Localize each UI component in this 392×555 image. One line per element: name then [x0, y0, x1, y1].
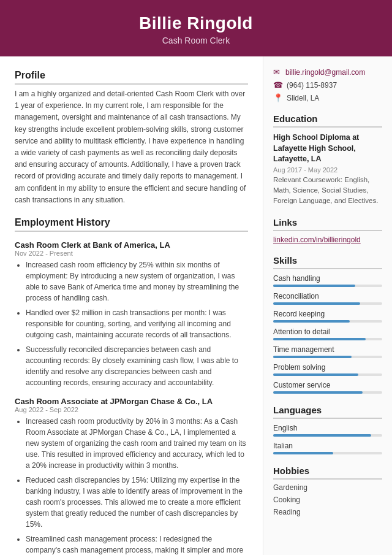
- list-item: Handled over $2 million in cash transact…: [26, 307, 248, 340]
- language-name: English: [273, 424, 382, 432]
- jobs-list: Cash Room Clerk at Bank of America, LANo…: [15, 240, 248, 555]
- employment-section-title: Employment History: [15, 217, 248, 232]
- skill-name: Reconciliation: [273, 292, 382, 300]
- location-text: Slidell, LA: [287, 94, 319, 102]
- hobby-item: Cooking: [273, 496, 382, 504]
- hobbies-section-title: Hobbies: [273, 465, 382, 480]
- skills-list: Cash handlingReconciliationRecord keepin…: [273, 274, 382, 394]
- contact-location: 📍 Slidell, LA: [273, 93, 382, 102]
- job-item: Cash Room Clerk at Bank of America, LANo…: [15, 240, 248, 388]
- skill-bar: [273, 391, 363, 394]
- skill-name: Attention to detail: [273, 327, 382, 336]
- education-school: High School Diploma at Lafayette High Sc…: [273, 132, 382, 165]
- candidate-title: Cash Room Clerk: [12, 36, 380, 45]
- email-link[interactable]: billie.ringold@gmail.com: [285, 68, 365, 77]
- education-section: Education High School Diploma at Lafayet…: [273, 113, 382, 206]
- language-bar-bg: [273, 452, 382, 454]
- skill-bar-bg: [273, 285, 382, 287]
- profile-text: I am a highly organized and detail-orien…: [15, 88, 248, 206]
- language-bar: [273, 452, 333, 454]
- job-item: Cash Room Associate at JPMorgan Chase & …: [15, 397, 248, 555]
- email-icon: ✉: [273, 67, 282, 77]
- page-header: Billie Ringold Cash Room Clerk: [0, 0, 392, 56]
- education-list: High School Diploma at Lafayette High Sc…: [273, 132, 382, 206]
- links-section-title: Links: [273, 217, 382, 231]
- hobbies-section: Hobbies GardeningCookingReading: [273, 465, 382, 516]
- skills-section: Skills Cash handlingReconciliationRecord…: [273, 255, 382, 394]
- skill-item: Record keeping: [273, 310, 382, 323]
- hobby-item: Gardening: [273, 483, 382, 492]
- skill-bar-bg: [273, 320, 382, 323]
- skill-item: Attention to detail: [273, 327, 382, 340]
- skill-name: Cash handling: [273, 274, 382, 283]
- language-name: Italian: [273, 442, 382, 450]
- main-content: Profile I am a highly organized and deta…: [0, 56, 392, 555]
- skill-bar-bg: [273, 356, 382, 358]
- hobby-item: Reading: [273, 508, 382, 516]
- contact-section: ✉ billie.ringold@gmail.com ☎ (964) 115-8…: [273, 67, 382, 102]
- skill-item: Problem solving: [273, 363, 382, 376]
- link-item[interactable]: linkedin.com/in/billieringold: [273, 235, 361, 244]
- phone-icon: ☎: [273, 80, 283, 90]
- list-item: Increased cash room efficiency by 25% wi…: [26, 259, 248, 304]
- skill-bar: [273, 320, 350, 323]
- skill-bar-bg: [273, 391, 382, 394]
- contact-phone: ☎ (964) 115-8937: [273, 80, 382, 90]
- language-item: Italian: [273, 442, 382, 454]
- education-courses: Relevant Coursework: English, Math, Scie…: [273, 175, 382, 207]
- phone-text: (964) 115-8937: [287, 81, 337, 90]
- list-item: Reduced cash discrepancies by 15%: Utili…: [26, 475, 248, 530]
- job-date: Nov 2022 - Present: [15, 250, 248, 257]
- skill-bar: [273, 285, 355, 287]
- list-item: Streamlined cash management process: I r…: [26, 534, 248, 555]
- education-item: High School Diploma at Lafayette High Sc…: [273, 132, 382, 206]
- skill-bar: [273, 373, 358, 376]
- candidate-name: Billie Ringold: [12, 13, 380, 33]
- list-item: Increased cash room productivity by 20% …: [26, 416, 248, 471]
- skill-bar-bg: [273, 302, 382, 305]
- skill-item: Time management: [273, 345, 382, 358]
- profile-section-title: Profile: [15, 70, 248, 85]
- hobbies-list: GardeningCookingReading: [273, 483, 382, 516]
- skill-name: Customer service: [273, 381, 382, 389]
- links-list: linkedin.com/in/billieringold: [273, 235, 382, 244]
- skill-bar: [273, 338, 366, 340]
- skill-name: Record keeping: [273, 310, 382, 318]
- job-date: Aug 2022 - Sep 2022: [15, 406, 248, 413]
- languages-section: Languages EnglishItalian: [273, 405, 382, 454]
- skill-bar-bg: [273, 338, 382, 340]
- right-column: ✉ billie.ringold@gmail.com ☎ (964) 115-8…: [263, 56, 392, 555]
- job-bullets: Increased cash room productivity by 20% …: [15, 416, 248, 555]
- list-item: Successfully reconciled discrepancies be…: [26, 344, 248, 388]
- left-column: Profile I am a highly organized and deta…: [0, 56, 263, 555]
- languages-section-title: Languages: [273, 405, 382, 419]
- skill-name: Time management: [273, 345, 382, 354]
- job-title: Cash Room Associate at JPMorgan Chase & …: [15, 397, 248, 406]
- language-bar: [273, 434, 371, 437]
- skill-item: Reconciliation: [273, 292, 382, 305]
- language-item: English: [273, 424, 382, 437]
- links-section: Links linkedin.com/in/billieringold: [273, 217, 382, 244]
- language-bar-bg: [273, 434, 382, 437]
- skill-item: Customer service: [273, 381, 382, 394]
- skills-section-title: Skills: [273, 255, 382, 269]
- job-bullets: Increased cash room efficiency by 25% wi…: [15, 259, 248, 388]
- skill-bar: [273, 356, 352, 358]
- skill-bar: [273, 302, 360, 305]
- skill-name: Problem solving: [273, 363, 382, 372]
- education-section-title: Education: [273, 113, 382, 128]
- job-title: Cash Room Clerk at Bank of America, LA: [15, 240, 248, 250]
- contact-email[interactable]: ✉ billie.ringold@gmail.com: [273, 67, 382, 77]
- location-icon: 📍: [273, 93, 283, 102]
- skill-item: Cash handling: [273, 274, 382, 287]
- languages-list: EnglishItalian: [273, 424, 382, 454]
- education-date: Aug 2017 - May 2022: [273, 166, 382, 174]
- skill-bar-bg: [273, 373, 382, 376]
